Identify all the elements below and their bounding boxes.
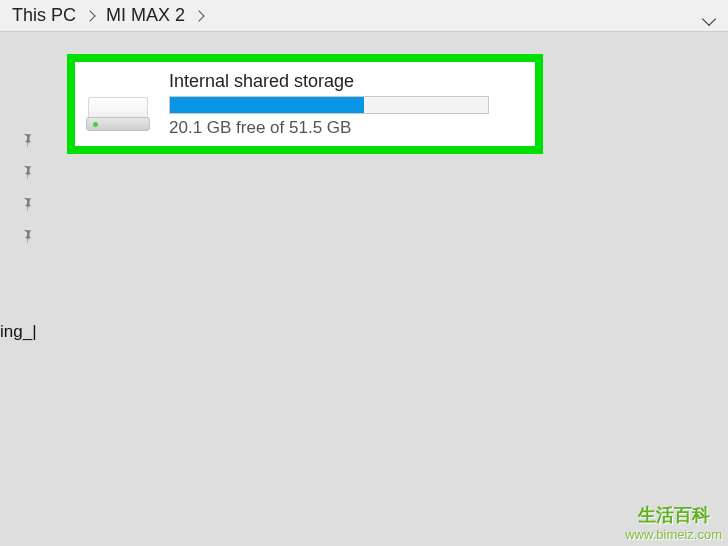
pin-icon xyxy=(17,193,37,213)
pin-icon xyxy=(17,129,37,149)
breadcrumb-history-button[interactable] xyxy=(704,8,720,24)
watermark-title: 生活百科 xyxy=(625,503,722,527)
storage-subtext: 20.1 GB free of 51.5 GB xyxy=(169,118,523,138)
chevron-right-icon xyxy=(84,10,95,21)
breadcrumb: This PC MI MAX 2 xyxy=(0,0,728,32)
chevron-right-icon xyxy=(193,10,204,21)
storage-info: Internal shared storage 20.1 GB free of … xyxy=(169,71,523,138)
breadcrumb-item-this-pc[interactable]: This PC xyxy=(8,5,102,26)
storage-usage-fill xyxy=(170,97,364,113)
storage-drive-item[interactable]: Internal shared storage 20.1 GB free of … xyxy=(67,54,543,154)
sidebar-pinned-items xyxy=(20,132,34,242)
drive-icon xyxy=(83,85,153,135)
pin-icon xyxy=(17,225,37,245)
watermark-url: www.bimeiz.com xyxy=(625,527,722,542)
breadcrumb-label: This PC xyxy=(8,5,80,26)
storage-usage-bar xyxy=(169,96,489,114)
pin-icon xyxy=(17,161,37,181)
breadcrumb-item-device[interactable]: MI MAX 2 xyxy=(102,5,211,26)
storage-title: Internal shared storage xyxy=(169,71,523,92)
content-area: ing_| Internal shared storage 20.1 GB fr… xyxy=(0,32,728,546)
breadcrumb-label: MI MAX 2 xyxy=(102,5,189,26)
chevron-down-icon xyxy=(702,12,716,26)
watermark: 生活百科 www.bimeiz.com xyxy=(625,503,722,542)
sidebar-partial-label: ing_| xyxy=(0,322,37,342)
